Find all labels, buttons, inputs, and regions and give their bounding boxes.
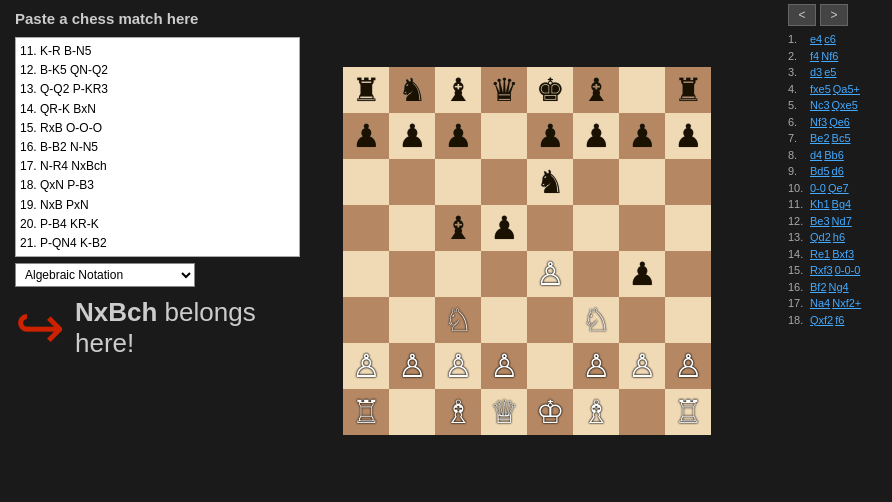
- cell-2-0[interactable]: [343, 159, 389, 205]
- move-black[interactable]: Bg4: [832, 196, 852, 213]
- cell-3-4[interactable]: [527, 205, 573, 251]
- cell-3-5[interactable]: [573, 205, 619, 251]
- move-black[interactable]: d6: [832, 163, 844, 180]
- cell-6-5[interactable]: ♙: [573, 343, 619, 389]
- cell-1-0[interactable]: ♟: [343, 113, 389, 159]
- notation-select[interactable]: Algebraic NotationDescriptive Notation: [15, 263, 195, 287]
- cell-2-4[interactable]: ♞: [527, 159, 573, 205]
- cell-7-3[interactable]: ♕: [481, 389, 527, 435]
- cell-6-6[interactable]: ♙: [619, 343, 665, 389]
- cell-0-4[interactable]: ♚: [527, 67, 573, 113]
- move-white[interactable]: Kh1: [810, 196, 830, 213]
- move-black[interactable]: Nxf2+: [832, 295, 861, 312]
- move-black[interactable]: c6: [824, 31, 836, 48]
- cell-4-0[interactable]: [343, 251, 389, 297]
- cell-4-6[interactable]: ♟: [619, 251, 665, 297]
- cell-6-7[interactable]: ♙: [665, 343, 711, 389]
- move-black[interactable]: Ng4: [829, 279, 849, 296]
- cell-5-6[interactable]: [619, 297, 665, 343]
- cell-4-1[interactable]: [389, 251, 435, 297]
- cell-7-6[interactable]: [619, 389, 665, 435]
- move-white[interactable]: Nf3: [810, 114, 827, 131]
- cell-3-1[interactable]: [389, 205, 435, 251]
- cell-7-0[interactable]: ♖: [343, 389, 389, 435]
- move-black[interactable]: Qe6: [829, 114, 850, 131]
- cell-1-7[interactable]: ♟: [665, 113, 711, 159]
- move-black[interactable]: Qxe5: [832, 97, 858, 114]
- cell-1-1[interactable]: ♟: [389, 113, 435, 159]
- move-white[interactable]: Be2: [810, 130, 830, 147]
- cell-5-3[interactable]: [481, 297, 527, 343]
- cell-4-5[interactable]: [573, 251, 619, 297]
- cell-7-7[interactable]: ♖: [665, 389, 711, 435]
- cell-1-2[interactable]: ♟: [435, 113, 481, 159]
- move-white[interactable]: d4: [810, 147, 822, 164]
- cell-0-6[interactable]: [619, 67, 665, 113]
- cell-5-0[interactable]: [343, 297, 389, 343]
- move-black[interactable]: Bb6: [824, 147, 844, 164]
- cell-6-2[interactable]: ♙: [435, 343, 481, 389]
- cell-0-7[interactable]: ♜: [665, 67, 711, 113]
- cell-7-2[interactable]: ♗: [435, 389, 481, 435]
- cell-3-6[interactable]: [619, 205, 665, 251]
- cell-4-4[interactable]: ♙: [527, 251, 573, 297]
- cell-3-7[interactable]: [665, 205, 711, 251]
- cell-2-1[interactable]: [389, 159, 435, 205]
- nav-back-button[interactable]: <: [788, 4, 816, 26]
- cell-3-3[interactable]: ♟: [481, 205, 527, 251]
- cell-0-0[interactable]: ♜: [343, 67, 389, 113]
- move-black[interactable]: f6: [835, 312, 844, 329]
- cell-4-3[interactable]: [481, 251, 527, 297]
- cell-2-5[interactable]: [573, 159, 619, 205]
- cell-5-7[interactable]: [665, 297, 711, 343]
- cell-6-4[interactable]: [527, 343, 573, 389]
- move-white[interactable]: fxe5: [810, 81, 831, 98]
- move-white[interactable]: f4: [810, 48, 819, 65]
- move-black[interactable]: Nd7: [832, 213, 852, 230]
- cell-3-2[interactable]: ♝: [435, 205, 481, 251]
- move-white[interactable]: Bd5: [810, 163, 830, 180]
- cell-2-2[interactable]: [435, 159, 481, 205]
- cell-5-4[interactable]: [527, 297, 573, 343]
- cell-1-4[interactable]: ♟: [527, 113, 573, 159]
- cell-4-7[interactable]: [665, 251, 711, 297]
- move-black[interactable]: Bxf3: [832, 246, 854, 263]
- cell-1-3[interactable]: [481, 113, 527, 159]
- cell-0-3[interactable]: ♛: [481, 67, 527, 113]
- cell-2-7[interactable]: [665, 159, 711, 205]
- cell-2-6[interactable]: [619, 159, 665, 205]
- move-white[interactable]: Qxf2: [810, 312, 833, 329]
- cell-4-2[interactable]: [435, 251, 481, 297]
- move-white[interactable]: 0-0: [810, 180, 826, 197]
- nav-forward-button[interactable]: >: [820, 4, 848, 26]
- move-black[interactable]: Qa5+: [833, 81, 860, 98]
- cell-7-5[interactable]: ♗: [573, 389, 619, 435]
- move-black[interactable]: e5: [824, 64, 836, 81]
- move-white[interactable]: Bf2: [810, 279, 827, 296]
- cell-5-1[interactable]: [389, 297, 435, 343]
- cell-0-2[interactable]: ♝: [435, 67, 481, 113]
- cell-5-5[interactable]: ♘: [573, 297, 619, 343]
- move-white[interactable]: e4: [810, 31, 822, 48]
- move-black[interactable]: 0-0-0: [835, 262, 861, 279]
- cell-7-1[interactable]: [389, 389, 435, 435]
- move-white[interactable]: Qd2: [810, 229, 831, 246]
- cell-1-6[interactable]: ♟: [619, 113, 665, 159]
- move-white[interactable]: Be3: [810, 213, 830, 230]
- cell-0-5[interactable]: ♝: [573, 67, 619, 113]
- cell-7-4[interactable]: ♔: [527, 389, 573, 435]
- move-white[interactable]: Nc3: [810, 97, 830, 114]
- move-white[interactable]: Na4: [810, 295, 830, 312]
- move-white[interactable]: Rxf3: [810, 262, 833, 279]
- cell-6-1[interactable]: ♙: [389, 343, 435, 389]
- move-black[interactable]: h6: [833, 229, 845, 246]
- cell-2-3[interactable]: [481, 159, 527, 205]
- cell-6-0[interactable]: ♙: [343, 343, 389, 389]
- cell-5-2[interactable]: ♘: [435, 297, 481, 343]
- move-black[interactable]: Qe7: [828, 180, 849, 197]
- move-white[interactable]: d3: [810, 64, 822, 81]
- cell-1-5[interactable]: ♟: [573, 113, 619, 159]
- cell-3-0[interactable]: [343, 205, 389, 251]
- cell-0-1[interactable]: ♞: [389, 67, 435, 113]
- move-black[interactable]: Nf6: [821, 48, 838, 65]
